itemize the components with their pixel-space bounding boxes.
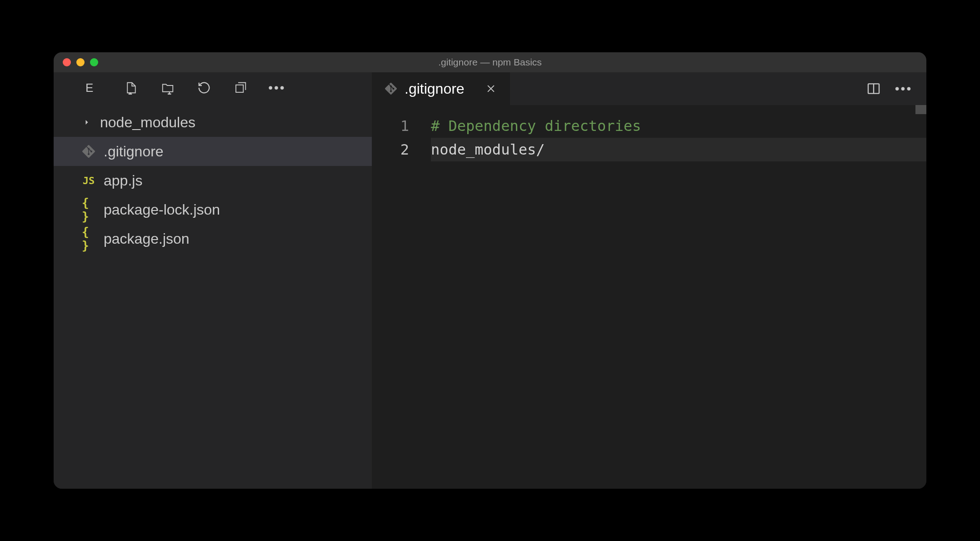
tab-gitignore[interactable]: .gitignore [372, 72, 510, 105]
code-lines[interactable]: # Dependency directories node_modules/ [431, 114, 926, 489]
minimize-window-button[interactable] [76, 58, 85, 66]
tree-file-package-json[interactable]: { } package.json [54, 224, 372, 253]
more-actions-icon[interactable]: ••• [270, 80, 284, 95]
collapse-all-icon[interactable] [233, 80, 248, 95]
new-folder-icon[interactable] [160, 80, 175, 95]
tree-item-label: package.json [104, 230, 190, 247]
line-number-gutter: 1 2 [372, 114, 431, 489]
git-icon [385, 82, 397, 95]
code-line[interactable]: # Dependency directories [431, 114, 926, 138]
tab-bar: .gitignore ••• [372, 72, 926, 105]
editor-area: .gitignore ••• 1 [372, 72, 926, 489]
line-number: 1 [372, 114, 409, 138]
tree-item-label: node_modules [100, 114, 195, 131]
tree-file-gitignore[interactable]: .gitignore [54, 137, 372, 166]
git-icon [82, 145, 95, 158]
tab-bar-spacer [510, 72, 851, 105]
tree-file-app-js[interactable]: JS app.js [54, 166, 372, 195]
editor-window: .gitignore — npm Basics E ••• [54, 52, 926, 489]
json-icon: { } [82, 232, 95, 245]
tree-file-package-lock-json[interactable]: { } package-lock.json [54, 195, 372, 224]
traffic-lights [54, 58, 98, 66]
window-title: .gitignore — npm Basics [438, 57, 542, 68]
editor-content[interactable]: 1 2 # Dependency directories node_module… [372, 105, 926, 489]
chevron-right-icon [82, 118, 92, 127]
more-editor-actions-icon[interactable]: ••• [896, 81, 911, 96]
js-icon: JS [82, 174, 95, 187]
tree-folder-node-modules[interactable]: node_modules [54, 108, 372, 137]
explorer-header: E ••• [54, 72, 372, 103]
tree-item-label: .gitignore [104, 143, 164, 160]
close-tab-icon[interactable] [485, 82, 497, 95]
refresh-icon[interactable] [197, 80, 211, 95]
titlebar[interactable]: .gitignore — npm Basics [54, 52, 926, 72]
split-editor-icon[interactable] [866, 81, 881, 96]
explorer-sidebar: E ••• [54, 72, 372, 489]
svg-rect-0 [236, 85, 243, 92]
new-file-icon[interactable] [124, 80, 139, 95]
file-tree: node_modules .gitignore JS app.js { } pa… [54, 103, 372, 253]
explorer-label: E [85, 81, 93, 95]
json-icon: { } [82, 203, 95, 216]
tab-label: .gitignore [405, 80, 465, 97]
tree-item-label: app.js [104, 172, 142, 189]
tree-item-label: package-lock.json [104, 201, 220, 218]
tab-bar-actions: ••• [851, 72, 926, 105]
line-number: 2 [372, 138, 409, 161]
maximize-window-button[interactable] [90, 58, 98, 66]
main-area: E ••• [54, 72, 926, 489]
close-window-button[interactable] [63, 58, 71, 66]
code-line[interactable]: node_modules/ [431, 138, 926, 161]
scroll-indicator[interactable] [915, 105, 926, 114]
